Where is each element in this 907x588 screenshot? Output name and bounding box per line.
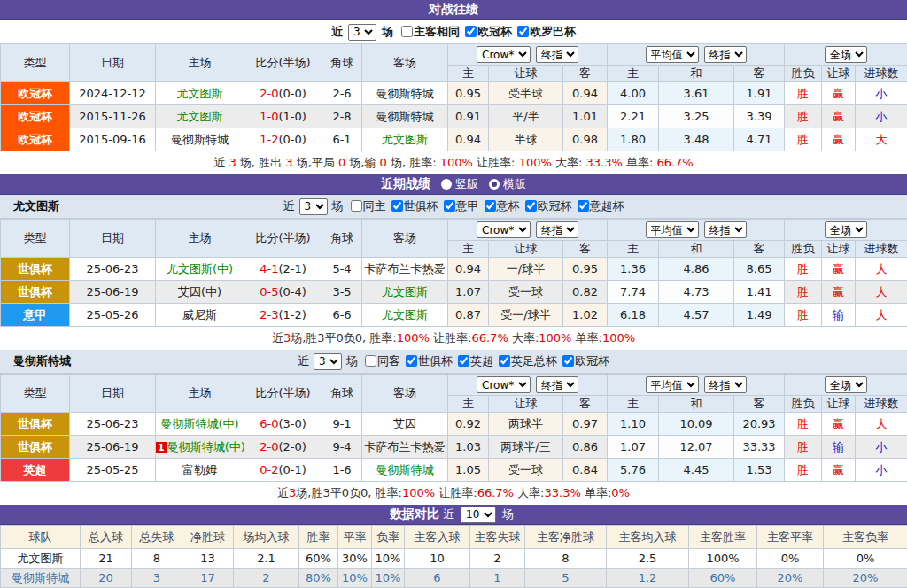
checkbox-unchecked[interactable] — [351, 200, 362, 212]
filter-check-4[interactable]: 欧冠杯 — [557, 354, 609, 368]
summary-segment: 3 — [285, 156, 292, 169]
checkbox-checked[interactable] — [465, 26, 477, 37]
col-ha-conceded: 主客失球 — [470, 526, 525, 549]
juventus-final-odds-select[interactable]: 终指 — [536, 221, 578, 238]
cell-team: 尤文图斯 — [1, 549, 81, 569]
h2h-final-odds-select[interactable]: 终指 — [536, 46, 578, 63]
col-ha-draw-rate: 主客平率 — [757, 526, 824, 549]
mancity-games-select[interactable]: 3 — [314, 353, 342, 370]
mancity-fulltime-select[interactable]: 全场 — [825, 376, 867, 393]
cell-team: 曼彻斯特城 — [1, 569, 81, 588]
cell-match-type: 世俱杯 — [1, 436, 70, 459]
check-label: 欧冠杯 — [477, 25, 512, 38]
checkbox-checked[interactable] — [499, 355, 510, 367]
cell-home-team: 富勒姆 — [156, 459, 244, 482]
filter-check-2[interactable]: 英超 — [453, 354, 493, 368]
cell-result-handicap: 赢 — [822, 459, 856, 482]
juventus-games-select[interactable]: 3 — [299, 198, 328, 215]
h2h-games-select[interactable]: 3 — [348, 24, 376, 41]
checkbox-checked[interactable] — [406, 355, 417, 367]
filter-check-2[interactable]: 欧罗巴杯 — [512, 25, 576, 38]
filter-word-games: 场 — [382, 24, 393, 40]
score-halftime: (1-0) — [278, 110, 306, 123]
h2h-bookmaker-select[interactable]: Crow* — [477, 46, 531, 63]
summary-segment: 66.7% — [471, 331, 508, 344]
compare-table: 球队总入球总失球净胜球场均入球胜率平率负率主客入球主客失球主客净胜球主客均入球主… — [0, 525, 907, 588]
cell-ha-avg-goals: 1.2 — [607, 569, 689, 588]
cell-ha-goal-diff: 8 — [525, 549, 607, 569]
recent-section-bar: 近期战绩 竖版 横版 — [0, 174, 907, 195]
score-halftime: (3-0) — [278, 417, 306, 430]
checkbox-checked[interactable] — [562, 355, 574, 367]
col-handicap-result: 让球 — [822, 396, 856, 413]
cell-ha-win-rate: 60% — [689, 569, 757, 588]
check-label: 欧冠杯 — [538, 199, 572, 213]
checkbox-checked[interactable] — [578, 200, 589, 212]
compare-games-select[interactable]: 10 — [461, 507, 496, 523]
summary-segment: 66.7% — [477, 486, 514, 499]
col-odds-home: 主 — [448, 66, 489, 82]
mancity-bookmaker-select[interactable]: Crow* — [477, 376, 531, 393]
checkbox-unchecked[interactable] — [365, 355, 376, 367]
filter-check-4[interactable]: 欧冠杯 — [520, 199, 572, 213]
juventus-bookmaker-select[interactable]: Crow* — [477, 221, 531, 238]
filter-check-1[interactable]: 世俱杯 — [386, 199, 438, 213]
summary-segment: 3 — [283, 331, 291, 344]
filter-word-recent: 近 — [298, 353, 309, 369]
h2h-average-select[interactable]: 平均值 — [646, 46, 699, 63]
juventus-filter-row: 近 3 场 同主世俱杯意甲意杯欧冠杯意超杯 — [283, 198, 624, 215]
checkbox-checked[interactable] — [458, 355, 469, 367]
filter-check-5[interactable]: 意超杯 — [572, 199, 624, 213]
score-fulltime: 2-0 — [260, 87, 278, 100]
cell-away-team: 卡萨布兰卡热爱 — [362, 436, 448, 459]
checkbox-checked[interactable] — [444, 200, 455, 212]
col-handicap-result: 让球 — [822, 66, 856, 82]
col-goals-result: 进球数 — [856, 241, 907, 258]
filter-check-1[interactable]: 欧冠杯 — [460, 25, 512, 38]
checkbox-unchecked[interactable] — [401, 26, 413, 37]
mancity-average-final-select[interactable]: 终指 — [704, 376, 747, 393]
cell-ha-avg-goals: 2.5 — [607, 549, 689, 569]
filter-check-0[interactable]: 同主 — [345, 199, 386, 213]
filter-word-recent: 近 — [331, 24, 343, 40]
cell-result-handicap: 输 — [822, 304, 856, 327]
cell-loss-rate: 10% — [372, 549, 405, 569]
cell-result-winloss: 胜 — [785, 82, 822, 105]
checkbox-checked[interactable] — [525, 200, 537, 212]
col-odds-home: 主 — [448, 396, 489, 413]
checkbox-checked[interactable] — [517, 26, 529, 37]
summary-segment: 大率: — [514, 486, 545, 499]
cell-date: 25-06-23 — [70, 258, 156, 281]
col-odds-away: 客 — [563, 396, 608, 413]
cell-loss-rate: 10% — [372, 569, 405, 588]
horizontal-layout-radio[interactable] — [489, 179, 500, 190]
cell-result-winloss: 胜 — [785, 258, 822, 281]
result-group-header: 全场 — [785, 375, 907, 396]
mancity-average-select[interactable]: 平均值 — [646, 376, 699, 393]
filter-check-0[interactable]: 主客相同 — [396, 25, 460, 38]
col-goals-result: 进球数 — [856, 396, 907, 413]
cell-handicap: 两球半/三 — [489, 436, 563, 459]
filter-check-1[interactable]: 世俱杯 — [400, 354, 453, 368]
checkbox-checked[interactable] — [485, 200, 496, 212]
h2h-fulltime-select[interactable]: 全场 — [825, 46, 867, 63]
filter-check-3[interactable]: 意杯 — [479, 199, 520, 213]
juventus-average-select[interactable]: 平均值 — [646, 221, 699, 238]
cell-avg-home: 1.07 — [608, 436, 659, 459]
filter-check-3[interactable]: 英足总杯 — [493, 354, 557, 368]
col-corners: 角球 — [322, 44, 362, 82]
juventus-fulltime-select[interactable]: 全场 — [825, 221, 867, 238]
cell-corners: 1-6 — [322, 459, 362, 482]
checkbox-checked[interactable] — [391, 200, 403, 212]
summary-segment: 单率: — [581, 486, 612, 499]
h2h-average-final-select[interactable]: 终指 — [704, 46, 747, 63]
vertical-layout-radio[interactable] — [441, 179, 452, 190]
filter-check-2[interactable]: 意甲 — [438, 199, 479, 213]
filter-check-0[interactable]: 同客 — [360, 354, 400, 368]
cell-avg-away: 8.65 — [734, 258, 785, 281]
mancity-final-odds-select[interactable]: 终指 — [536, 376, 578, 393]
cell-odds-away: 0.82 — [563, 281, 608, 304]
cell-result-goals: 小 — [856, 436, 907, 459]
juventus-average-final-select[interactable]: 终指 — [704, 221, 747, 238]
juventus-summary: 近3场,胜3平0负0, 胜率:100% 让胜率:66.7% 大率:100% 单率… — [0, 327, 907, 350]
